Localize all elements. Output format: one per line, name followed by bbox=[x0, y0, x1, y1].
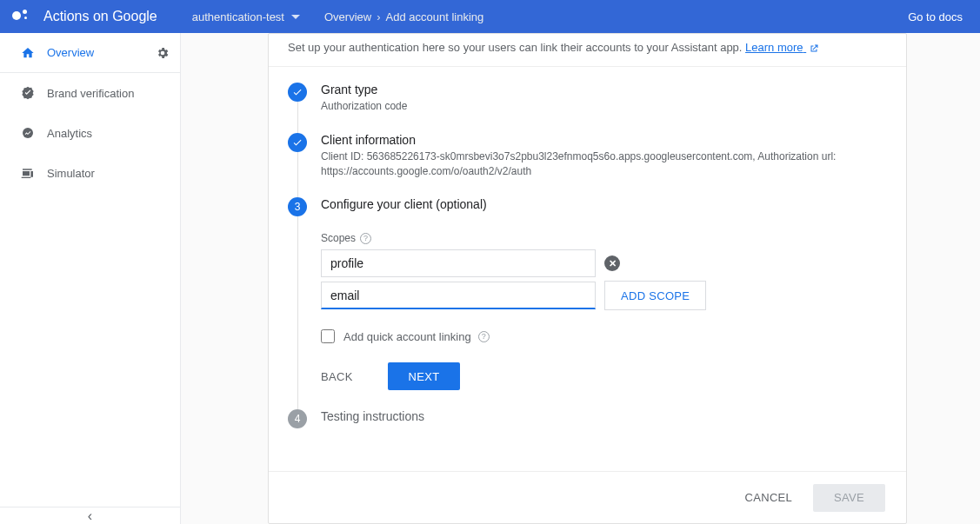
assistant-logo-icon bbox=[10, 6, 31, 27]
analytics-icon bbox=[19, 126, 37, 140]
sidebar-item-overview[interactable]: Overview bbox=[0, 33, 180, 73]
scope-row: ADD SCOPE bbox=[321, 281, 885, 310]
cancel-button[interactable]: CANCEL bbox=[745, 491, 793, 504]
svg-point-0 bbox=[23, 128, 33, 138]
card-intro: Set up your authentication here so your … bbox=[269, 34, 906, 67]
main-content: Set up your authentication here so your … bbox=[181, 33, 980, 524]
devices-icon bbox=[19, 167, 37, 179]
add-scope-button[interactable]: ADD SCOPE bbox=[604, 281, 706, 310]
sidebar-item-label: Brand verification bbox=[47, 87, 134, 100]
configure-form: Scopes ? ✕ ADD SCOPE bbox=[321, 232, 885, 390]
sidebar-item-label: Overview bbox=[47, 46, 94, 59]
collapse-sidebar-button[interactable]: ‹ bbox=[0, 507, 180, 524]
scope-input[interactable] bbox=[321, 282, 596, 309]
project-name: authentication-test bbox=[192, 10, 284, 23]
step-check-icon bbox=[288, 133, 307, 152]
step-actions: BACK NEXT bbox=[321, 362, 885, 390]
step-title: Configure your client (optional) bbox=[321, 197, 885, 211]
clear-scope-button[interactable]: ✕ bbox=[604, 255, 620, 271]
checkbox-input[interactable] bbox=[321, 329, 335, 343]
sidebar-item-analytics[interactable]: Analytics bbox=[0, 113, 180, 153]
save-button[interactable]: SAVE bbox=[813, 484, 885, 512]
step-subtitle: Authorization code bbox=[321, 99, 885, 114]
help-icon[interactable]: ? bbox=[478, 331, 490, 342]
step-title: Testing instructions bbox=[321, 409, 885, 423]
account-linking-card: Set up your authentication here so your … bbox=[268, 33, 907, 524]
app-header: Actions on Google authentication-test Ov… bbox=[0, 0, 980, 33]
breadcrumb-current: Add account linking bbox=[386, 10, 484, 23]
chevron-left-icon: ‹ bbox=[88, 508, 92, 524]
step-check-icon bbox=[288, 83, 307, 102]
go-to-docs-link[interactable]: Go to docs bbox=[908, 10, 963, 23]
step-title: Client information bbox=[321, 133, 885, 147]
learn-more-link[interactable]: Learn more bbox=[745, 41, 819, 54]
step-testing-instructions[interactable]: 4 Testing instructions bbox=[288, 409, 906, 448]
card-footer: CANCEL SAVE bbox=[269, 471, 906, 523]
back-button[interactable]: BACK bbox=[321, 370, 353, 383]
quick-account-linking-checkbox[interactable]: Add quick account linking ? bbox=[321, 329, 885, 343]
learn-more-label: Learn more bbox=[745, 41, 803, 54]
chevron-right-icon: › bbox=[377, 10, 380, 23]
gear-icon[interactable] bbox=[156, 46, 170, 60]
chevron-down-icon bbox=[291, 15, 300, 19]
verified-badge-icon bbox=[19, 86, 37, 100]
project-selector[interactable]: authentication-test bbox=[192, 10, 300, 23]
external-link-icon bbox=[809, 43, 819, 54]
help-icon[interactable]: ? bbox=[360, 233, 371, 244]
breadcrumb-overview[interactable]: Overview bbox=[324, 10, 371, 23]
step-client-information[interactable]: Client information Client ID: 5636852261… bbox=[288, 133, 906, 198]
step-title: Grant type bbox=[321, 83, 885, 96]
scope-input[interactable] bbox=[321, 249, 596, 277]
product-name: Actions on Google bbox=[43, 9, 157, 24]
next-button[interactable]: NEXT bbox=[388, 362, 461, 390]
step-configure-client: 3 Configure your client (optional) Scope… bbox=[288, 197, 906, 409]
sidebar: Overview Brand verification Analytics Si… bbox=[0, 33, 181, 524]
sidebar-item-label: Analytics bbox=[47, 127, 92, 140]
step-grant-type[interactable]: Grant type Authorization code bbox=[288, 83, 906, 133]
sidebar-item-simulator[interactable]: Simulator bbox=[0, 153, 180, 193]
breadcrumb: Overview › Add account linking bbox=[324, 10, 483, 23]
steps-list: Grant type Authorization code Client inf… bbox=[269, 67, 906, 471]
sidebar-item-brand-verification[interactable]: Brand verification bbox=[0, 73, 180, 113]
home-icon bbox=[19, 46, 37, 60]
step-number-badge: 3 bbox=[288, 197, 307, 216]
scope-row: ✕ bbox=[321, 249, 885, 277]
scopes-label: Scopes ? bbox=[321, 232, 885, 244]
checkbox-label: Add quick account linking bbox=[343, 330, 471, 343]
intro-text: Set up your authentication here so your … bbox=[288, 41, 745, 54]
step-number-badge: 4 bbox=[288, 409, 307, 428]
sidebar-item-label: Simulator bbox=[47, 167, 95, 180]
step-subtitle: Client ID: 563685226173-sk0mrsbevi3o7s2p… bbox=[321, 149, 885, 179]
